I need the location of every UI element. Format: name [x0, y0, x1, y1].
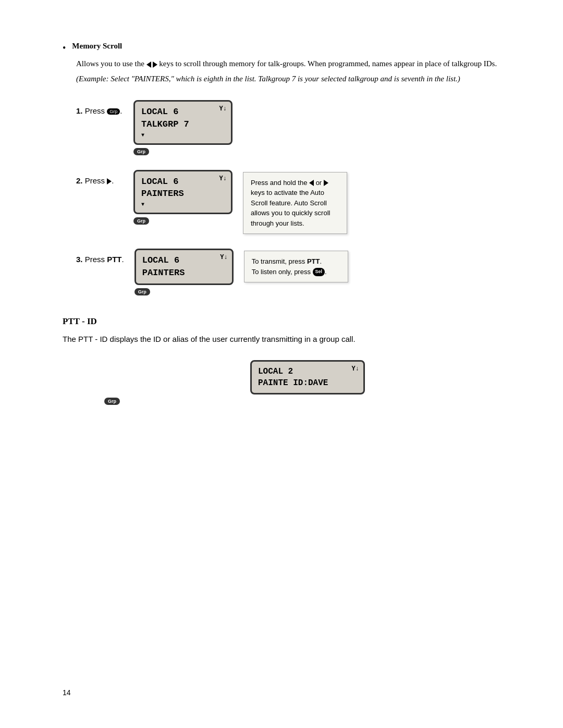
grp-key-icon-1: Grp — [107, 108, 120, 115]
note-arrows-right — [324, 180, 328, 186]
transmit-ptt-label: PTT — [307, 257, 320, 265]
ptt-id-lcd: Y↓ LOCAL 2 PAINTE ID:DAVE — [250, 360, 365, 395]
step-2-lcd: Y↓ LOCAL 6 PAINTERS ▼ — [133, 170, 232, 215]
step-2-row: 2. Press . Y↓ LOCAL 6 PAINTERS ▼ Grp Pre… — [76, 170, 511, 235]
step-2-number: 2. — [76, 176, 83, 185]
steps-container: 1. Press Grp. Y↓ LOCAL 6 TALKGRP 7 ▼ Grp… — [76, 100, 511, 295]
grp-button-3: Grp — [134, 288, 150, 295]
step-2-label: 2. Press . — [76, 170, 123, 185]
right-arrow-icon — [153, 61, 157, 68]
step-1-row: 1. Press Grp. Y↓ LOCAL 6 TALKGRP 7 ▼ Grp — [76, 100, 511, 155]
step-1-label: 1. Press Grp. — [76, 100, 123, 115]
bullet-dot: • — [63, 43, 66, 54]
step-2-note-box: Press and hold the or keys to activate t… — [243, 172, 347, 235]
step-3-display-note: Y↓ LOCAL 6 PAINTERS Grp To transmit, pre… — [134, 249, 348, 295]
step-3-line2: PAINTERS — [142, 267, 226, 279]
ptt-key-label: PTT — [107, 255, 121, 264]
signal-icon-3: Y↓ — [220, 253, 227, 262]
step-1-line1: LOCAL 6 — [141, 106, 225, 118]
step-3-line1: LOCAL 6 — [142, 254, 226, 267]
grp-button-1: Grp — [133, 148, 149, 155]
down-arrow-1: ▼ — [141, 132, 225, 139]
step-2-display-area: Y↓ LOCAL 6 PAINTERS ▼ Grp — [133, 170, 232, 225]
signal-icon-1: Y↓ — [219, 105, 227, 114]
step-3-label: 3. Press PTT. — [76, 249, 124, 264]
memory-scroll-title: Memory Scroll — [72, 42, 122, 51]
step-3-note-box: To transmit, press PTT. To listen only, … — [244, 251, 348, 282]
arrow-icons — [146, 61, 157, 68]
memory-scroll-body: Allows you to use the keys to scroll thr… — [76, 58, 511, 84]
ptt-id-title: PTT - ID — [63, 316, 511, 327]
example-text: (Example: Select "PAINTERS," which is ei… — [76, 73, 511, 85]
grp-button-2: Grp — [133, 217, 149, 225]
step-1-number: 1. — [76, 106, 83, 115]
ptt-id-grp-button: Grp — [104, 398, 120, 405]
left-arrow-icon — [146, 61, 151, 68]
memory-scroll-section: • Memory Scroll Allows you to use the ke… — [63, 42, 511, 84]
ptt-id-description: The PTT - ID displays the ID or alias of… — [63, 333, 511, 346]
step-2-display-note: Y↓ LOCAL 6 PAINTERS ▼ Grp Press and hold… — [133, 170, 347, 235]
right-arrow-step2-icon — [107, 178, 112, 184]
body-text: Allows you to use the keys to scroll thr… — [76, 58, 511, 70]
note-right-arrow-icon — [324, 180, 328, 186]
ptt-id-line2: PAINTE ID:DAVE — [258, 377, 357, 389]
step-2-line1: LOCAL 6 — [141, 176, 225, 188]
step-3-row: 3. Press PTT. Y↓ LOCAL 6 PAINTERS Grp To… — [76, 249, 511, 295]
ptt-signal-icon: Y↓ — [352, 365, 359, 374]
note-arrows — [309, 180, 314, 186]
ptt-id-line1: LOCAL 2 — [258, 366, 357, 377]
step-3-display-area: Y↓ LOCAL 6 PAINTERS Grp — [134, 249, 234, 295]
step-2-line2: PAINTERS — [141, 188, 225, 200]
step-1-display-area: Y↓ LOCAL 6 TALKGRP 7 ▼ Grp — [133, 100, 232, 155]
ptt-id-section: PTT - ID The PTT - ID displays the ID or… — [63, 316, 511, 405]
step-1-lcd: Y↓ LOCAL 6 TALKGRP 7 ▼ — [133, 100, 232, 145]
sel-key-icon: Sel — [313, 268, 325, 276]
down-arrow-2: ▼ — [141, 201, 225, 208]
ptt-id-display-area: Y↓ LOCAL 2 PAINTE ID:DAVE Grp — [104, 360, 511, 405]
page-number: 14 — [63, 688, 71, 697]
step-3-number: 3. — [76, 255, 83, 264]
step-3-lcd: Y↓ LOCAL 6 PAINTERS — [134, 249, 234, 285]
step-1-line2: TALKGRP 7 — [141, 118, 225, 131]
signal-icon-2: Y↓ — [219, 175, 227, 183]
note-left-arrow-icon — [309, 180, 314, 186]
